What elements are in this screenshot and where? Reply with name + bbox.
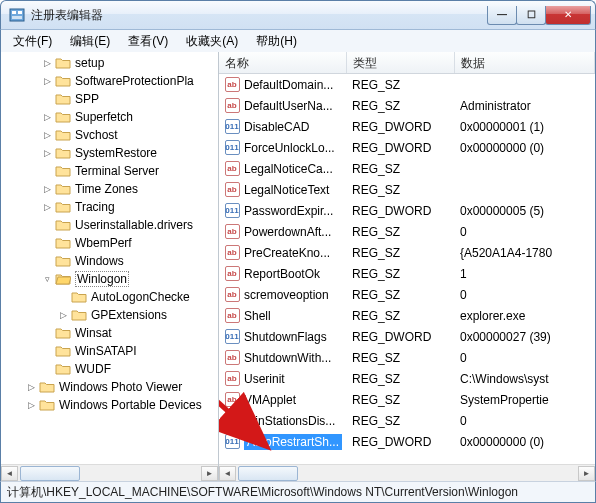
value-type: REG_SZ	[347, 99, 455, 113]
tree-spacer	[41, 165, 53, 177]
tree-label: Time Zones	[75, 182, 138, 196]
chevron-right-icon[interactable]: ▷	[41, 75, 53, 87]
chevron-right-icon[interactable]: ▷	[25, 399, 37, 411]
list-row[interactable]: abWinStationsDis...REG_SZ0	[219, 410, 595, 431]
tree-item[interactable]: WbemPerf	[3, 234, 218, 252]
scroll-thumb[interactable]	[20, 466, 80, 481]
list-row[interactable]: abUserinitREG_SZC:\Windows\syst	[219, 368, 595, 389]
menu-bar: 文件(F) 编辑(E) 查看(V) 收藏夹(A) 帮助(H)	[0, 30, 596, 52]
tree-label: Windows Photo Viewer	[59, 380, 182, 394]
value-data: 0	[455, 414, 595, 428]
tree-item[interactable]: ▷Windows Portable Devices	[3, 396, 218, 414]
value-name: DisableCAD	[244, 120, 309, 134]
menu-edit[interactable]: 编辑(E)	[62, 31, 118, 52]
string-value-icon: ab	[224, 371, 240, 387]
tree-item[interactable]: ▷setup	[3, 54, 218, 72]
value-name: Userinit	[244, 372, 285, 386]
value-data: C:\Windows\syst	[455, 372, 595, 386]
tree-label: Winsat	[75, 326, 112, 340]
list-row[interactable]: abscremoveoptionREG_SZ0	[219, 284, 595, 305]
app-icon	[9, 7, 25, 23]
tree-item[interactable]: Windows	[3, 252, 218, 270]
menu-view[interactable]: 查看(V)	[120, 31, 176, 52]
tree-item[interactable]: ▷SoftwareProtectionPla	[3, 72, 218, 90]
list-row[interactable]: abPreCreateKno...REG_SZ{A520A1A4-1780	[219, 242, 595, 263]
chevron-right-icon[interactable]: ▷	[41, 129, 53, 141]
tree-item[interactable]: Userinstallable.drivers	[3, 216, 218, 234]
list-hscrollbar[interactable]: ◄ ►	[219, 464, 595, 481]
column-data[interactable]: 数据	[455, 52, 595, 73]
chevron-right-icon[interactable]: ▷	[41, 57, 53, 69]
folder-icon	[55, 128, 71, 142]
value-data: {A520A1A4-1780	[455, 246, 595, 260]
list-body[interactable]: abDefaultDomain...REG_SZabDefaultUserNa.…	[219, 74, 595, 464]
list-row[interactable]: abVMAppletREG_SZSystemPropertie	[219, 389, 595, 410]
value-type: REG_SZ	[347, 267, 455, 281]
tree-item[interactable]: AutoLogonChecke	[3, 288, 218, 306]
list-row[interactable]: 011PasswordExpir...REG_DWORD0x00000005 (…	[219, 200, 595, 221]
folder-icon	[55, 182, 71, 196]
tree-item[interactable]: Winsat	[3, 324, 218, 342]
list-row[interactable]: abReportBootOkREG_SZ1	[219, 263, 595, 284]
value-name: AutoRestrartSh...	[244, 434, 342, 450]
tree-item[interactable]: ▷Tracing	[3, 198, 218, 216]
tree-item[interactable]: Terminal Server	[3, 162, 218, 180]
dword-value-icon: 011	[224, 140, 240, 156]
column-name[interactable]: 名称	[219, 52, 347, 73]
string-value-icon: ab	[224, 287, 240, 303]
chevron-right-icon[interactable]: ▷	[41, 111, 53, 123]
string-value-icon: ab	[224, 224, 240, 240]
chevron-right-icon[interactable]: ▷	[41, 183, 53, 195]
tree-item[interactable]: ▷Svchost	[3, 126, 218, 144]
list-row[interactable]: 011ShutdownFlagsREG_DWORD0x00000027 (39)	[219, 326, 595, 347]
tree-item[interactable]: SPP	[3, 90, 218, 108]
string-value-icon: ab	[224, 266, 240, 282]
tree-item[interactable]: ▿Winlogon	[3, 270, 218, 288]
list-header: 名称 类型 数据	[219, 52, 595, 74]
scroll-left-icon[interactable]: ◄	[219, 466, 236, 481]
value-name: ShutdownFlags	[244, 330, 327, 344]
list-row[interactable]: 011ForceUnlockLo...REG_DWORD0x00000000 (…	[219, 137, 595, 158]
list-row[interactable]: abShutdownWith...REG_SZ0	[219, 347, 595, 368]
value-name: LegalNoticeCa...	[244, 162, 333, 176]
chevron-right-icon[interactable]: ▷	[41, 201, 53, 213]
tree-pane[interactable]: ▷setup▷SoftwareProtectionPlaSPP▷Superfet…	[1, 52, 219, 481]
scroll-right-icon[interactable]: ►	[201, 466, 218, 481]
list-row[interactable]: abDefaultDomain...REG_SZ	[219, 74, 595, 95]
scroll-thumb[interactable]	[238, 466, 298, 481]
tree-item[interactable]: WUDF	[3, 360, 218, 378]
list-row[interactable]: abPowerdownAft...REG_SZ0	[219, 221, 595, 242]
menu-file[interactable]: 文件(F)	[5, 31, 60, 52]
list-row[interactable]: abLegalNoticeCa...REG_SZ	[219, 158, 595, 179]
list-row[interactable]: abShellREG_SZexplorer.exe	[219, 305, 595, 326]
column-type[interactable]: 类型	[347, 52, 455, 73]
menu-help[interactable]: 帮助(H)	[248, 31, 305, 52]
dword-value-icon: 011	[224, 203, 240, 219]
list-row[interactable]: 011DisableCADREG_DWORD0x00000001 (1)	[219, 116, 595, 137]
tree-item[interactable]: WinSATAPI	[3, 342, 218, 360]
menu-favorites[interactable]: 收藏夹(A)	[178, 31, 246, 52]
list-row[interactable]: 011AutoRestrartSh...REG_DWORD0x00000000 …	[219, 431, 595, 452]
folder-icon	[55, 236, 71, 250]
list-row[interactable]: abLegalNoticeTextREG_SZ	[219, 179, 595, 200]
tree-hscrollbar[interactable]: ◄ ►	[1, 464, 218, 481]
scroll-right-icon[interactable]: ►	[578, 466, 595, 481]
tree-item[interactable]: ▷Time Zones	[3, 180, 218, 198]
chevron-down-icon[interactable]: ▿	[41, 273, 53, 285]
tree-label: Superfetch	[75, 110, 133, 124]
list-row[interactable]: abDefaultUserNa...REG_SZAdministrator	[219, 95, 595, 116]
chevron-right-icon[interactable]: ▷	[25, 381, 37, 393]
tree-item[interactable]: ▷SystemRestore	[3, 144, 218, 162]
chevron-right-icon[interactable]: ▷	[41, 147, 53, 159]
scroll-left-icon[interactable]: ◄	[1, 466, 18, 481]
minimize-button[interactable]: —	[487, 6, 517, 25]
folder-icon	[55, 254, 71, 268]
folder-icon	[55, 92, 71, 106]
close-button[interactable]: ✕	[545, 6, 591, 25]
tree-item[interactable]: ▷Superfetch	[3, 108, 218, 126]
title-bar: 注册表编辑器 — ☐ ✕	[0, 0, 596, 30]
maximize-button[interactable]: ☐	[516, 6, 546, 25]
chevron-right-icon[interactable]: ▷	[57, 309, 69, 321]
tree-item[interactable]: ▷Windows Photo Viewer	[3, 378, 218, 396]
tree-item[interactable]: ▷GPExtensions	[3, 306, 218, 324]
